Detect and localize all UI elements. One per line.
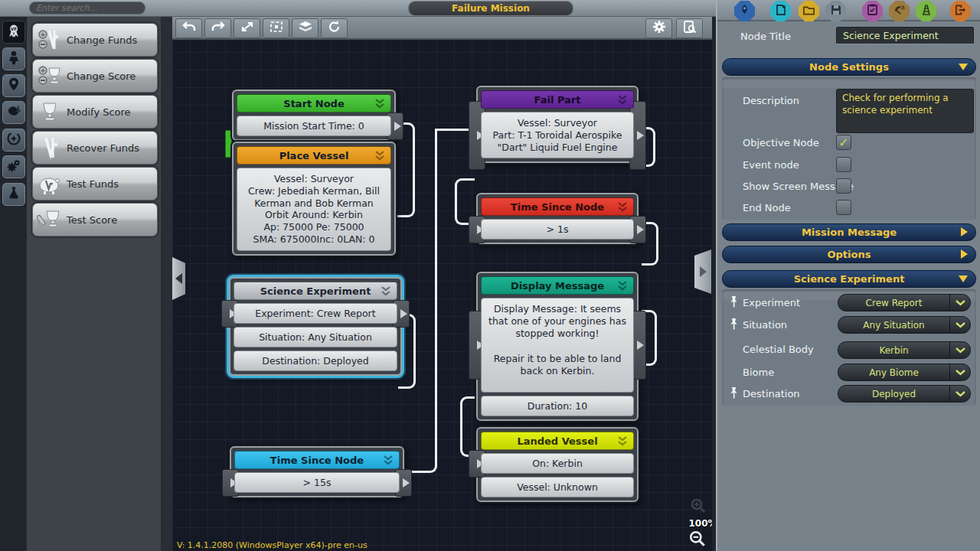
chevron-double-down-icon[interactable] — [374, 151, 386, 163]
zoom-in-button[interactable] — [690, 497, 707, 517]
node-body-text[interactable]: Display Message: It seems that one of yo… — [481, 298, 634, 393]
sidebar-item-systems[interactable] — [2, 155, 25, 178]
fit-view-button[interactable] — [234, 18, 260, 38]
chevron-double-down-icon[interactable] — [382, 455, 394, 468]
palette-item-recover-funds[interactable]: Recover Funds — [32, 131, 158, 165]
node-input-anchor[interactable] — [469, 216, 485, 243]
end-node-label: End Node — [743, 202, 791, 214]
section-options[interactable]: Options — [722, 246, 976, 263]
chevron-double-down-icon[interactable] — [374, 99, 386, 111]
center-node-button[interactable] — [263, 18, 289, 38]
layers-button[interactable] — [292, 18, 318, 38]
search-input[interactable] — [29, 2, 145, 15]
node-output-anchor[interactable] — [629, 216, 646, 243]
undo-button[interactable] — [175, 18, 202, 38]
node-output-anchor[interactable] — [395, 469, 412, 497]
section-mission-message[interactable]: Mission Message — [722, 223, 976, 241]
node-body-text[interactable]: Vessel: Surveyor Part: T-1 Toroidal Aero… — [481, 112, 634, 158]
node-output-anchor[interactable] — [393, 300, 410, 328]
node-output-anchor[interactable] — [387, 112, 403, 140]
section-node-settings[interactable]: Node Settings — [722, 58, 976, 76]
mission-validate-button[interactable] — [676, 18, 703, 38]
rocket-manual-button[interactable] — [734, 1, 755, 21]
pin-icon[interactable] — [729, 295, 739, 311]
node-input-anchor[interactable] — [469, 311, 485, 380]
section-science-experiment[interactable]: Science Experiment — [722, 270, 976, 288]
node-input-anchor[interactable] — [221, 300, 238, 328]
sidebar-item-funds[interactable]: VF — [2, 21, 25, 44]
sidebar-item-kerbals[interactable] — [2, 47, 25, 70]
node-input-anchor[interactable] — [469, 450, 485, 478]
chevron-double-down-icon[interactable] — [616, 95, 629, 107]
palette-item-test-score[interactable]: Test Score — [32, 203, 158, 236]
save-mission-button[interactable] — [825, 1, 846, 21]
zoom-out-button[interactable] — [688, 530, 707, 551]
palette-item-modify-score[interactable]: Modify Score — [32, 95, 158, 129]
node-time-since-red[interactable]: Time Since Node > 1s — [476, 193, 639, 244]
experiment-dropdown[interactable]: Crew Report — [838, 294, 971, 311]
rocket-manual-icon — [739, 4, 750, 18]
mission-title[interactable]: Failure Mission — [408, 1, 573, 16]
mission-settings-button[interactable] — [645, 18, 672, 38]
objective-node-checkbox[interactable]: ✓ — [836, 135, 851, 150]
sidebar-item-location[interactable] — [2, 74, 25, 97]
node-title-input[interactable] — [836, 27, 974, 44]
palette-item-change-funds[interactable]: + Change Funds — [32, 23, 158, 57]
sidebar-item-orbit[interactable] — [2, 129, 25, 152]
node-landed-vessel[interactable]: Landed Vessel On: Kerbin Vessel: Unknown — [476, 427, 639, 502]
description-textarea[interactable]: Check for performing a science experimen… — [836, 89, 974, 133]
chevron-double-down-icon[interactable] — [616, 202, 629, 214]
collapse-left-panel-handle[interactable] — [172, 257, 185, 300]
node-row-text[interactable]: Situation: Any Situation — [259, 331, 372, 343]
node-output-anchor[interactable] — [629, 311, 646, 380]
node-row-text[interactable]: Vessel: Unknown — [517, 481, 598, 493]
node-time-since-blue[interactable]: Time Since Node > 15s — [230, 446, 404, 497]
chevron-double-down-icon[interactable] — [616, 436, 629, 448]
new-mission-button[interactable] — [770, 1, 791, 21]
chevron-double-down-icon[interactable] — [616, 281, 629, 293]
node-body-text[interactable]: Vessel: Surveyor Crew: Jebediah Kerman, … — [237, 168, 391, 251]
mission-checklist-button[interactable] — [862, 1, 883, 21]
connector-line — [406, 129, 437, 473]
node-title-label: Node Title — [740, 31, 791, 42]
node-output-anchor[interactable] — [629, 101, 646, 170]
celestial-body-dropdown[interactable]: Kerbin — [838, 341, 971, 359]
node-display-message[interactable]: Display Message Display Message: It seem… — [476, 272, 639, 421]
sidebar-item-science[interactable] — [2, 183, 25, 206]
pin-icon[interactable] — [729, 386, 739, 402]
node-input-anchor[interactable] — [222, 469, 239, 497]
chevron-double-down-icon[interactable] — [380, 286, 392, 298]
node-science-experiment[interactable]: Science Experiment Experiment: Crew Repo… — [229, 277, 402, 376]
node-input-anchor[interactable] — [469, 101, 485, 170]
event-node-checkbox[interactable] — [836, 157, 851, 172]
launch-button[interactable] — [916, 1, 936, 21]
reset-view-button[interactable] — [321, 18, 348, 38]
node-row-text[interactable]: Experiment: Crew Report — [255, 308, 375, 319]
end-node-checkbox[interactable] — [836, 200, 851, 215]
palette-item-change-score[interactable]: + Change Score — [32, 59, 158, 93]
node-start[interactable]: Start Node Mission Start Time: 0 — [232, 90, 396, 141]
destination-dropdown[interactable]: Deployed — [838, 385, 971, 403]
redo-button[interactable] — [204, 18, 231, 38]
node-row-text[interactable]: Mission Start Time: 0 — [263, 120, 364, 132]
sidebar-item-science-rock[interactable] — [2, 101, 25, 124]
pin-icon[interactable] — [729, 318, 739, 333]
node-row-text[interactable]: Destination: Deployed — [262, 355, 368, 367]
biome-dropdown[interactable]: Any Biome — [838, 364, 971, 381]
version-text: V: 1.4.1.2080 (WindowsPlayer x64)-pre en… — [177, 540, 368, 550]
tracking-button[interactable] — [889, 1, 910, 21]
mission-canvas[interactable]: Start Node Mission Start Time: 0 Place V… — [172, 17, 712, 551]
experiment-label: Experiment — [743, 297, 800, 308]
node-row-text[interactable]: > 15s — [303, 477, 332, 488]
exit-button[interactable] — [950, 1, 971, 21]
palette-item-test-funds[interactable]: Test Funds — [32, 167, 158, 201]
node-row-text[interactable]: On: Kerbin — [532, 458, 583, 469]
show-screen-message-checkbox[interactable] — [836, 178, 851, 194]
node-row-text[interactable]: Duration: 10 — [528, 400, 587, 412]
collapse-right-panel-handle[interactable] — [694, 249, 711, 294]
node-place-vessel[interactable]: Place Vessel Vessel: Surveyor Crew: Jebe… — [232, 142, 396, 256]
situation-dropdown[interactable]: Any Situation — [838, 316, 971, 334]
open-mission-button[interactable] — [799, 1, 819, 21]
node-fail-part[interactable]: Fail Part Vessel: Surveyor Part: T-1 Tor… — [476, 86, 639, 163]
node-row-text[interactable]: > 1s — [547, 223, 569, 235]
